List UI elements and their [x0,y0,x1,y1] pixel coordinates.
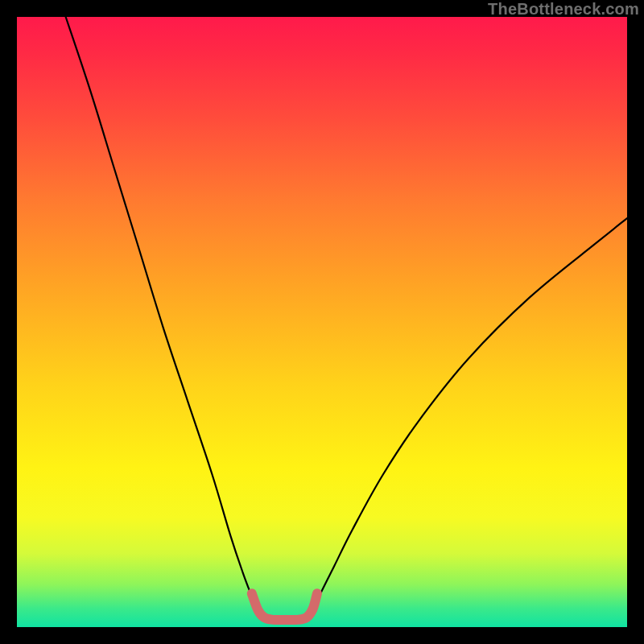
chart-overlay [17,17,627,627]
curve-left [66,17,262,618]
watermark-text: TheBottleneck.com [488,0,639,19]
chart-frame: { "watermark": "TheBottleneck.com", "cha… [0,0,644,644]
curve-right [307,218,627,617]
curve-bottom-highlight [252,593,317,620]
plot-area [17,17,627,627]
